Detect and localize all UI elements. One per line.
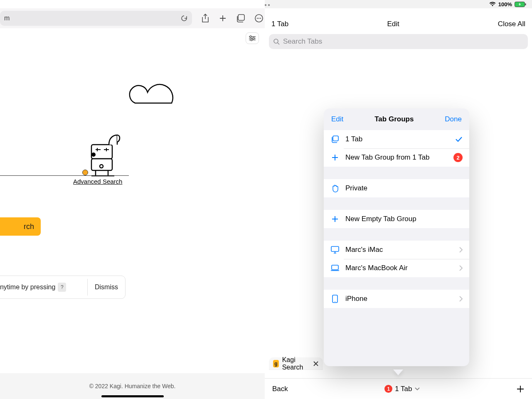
kagi-favicon: g — [273, 360, 279, 367]
popover-arrow — [393, 369, 403, 375]
new-tab-button[interactable] — [516, 385, 525, 393]
row-label: 1 Tab — [345, 135, 362, 143]
desktop-icon — [330, 246, 340, 254]
svg-rect-21 — [332, 265, 338, 270]
tabs-bottom-bar: Back 1 1 Tab — [265, 378, 532, 399]
search-placeholder: Search Tabs — [283, 37, 322, 46]
svg-point-4 — [257, 18, 258, 19]
svg-point-16 — [92, 153, 95, 156]
battery-icon — [515, 2, 526, 7]
reload-icon[interactable] — [180, 15, 188, 22]
tab-group-row-device-iphone[interactable]: iPhone — [324, 290, 469, 308]
ball-illustration — [82, 170, 88, 175]
tab-group-row-current[interactable]: 1 Tab — [324, 130, 469, 148]
row-label: iPhone — [345, 295, 367, 303]
popover-done-button[interactable]: Done — [445, 115, 462, 123]
chevron-right-icon — [459, 265, 463, 271]
svg-point-7 — [250, 36, 251, 37]
tabs-edit-button[interactable]: Edit — [387, 20, 399, 28]
search-underline — [0, 175, 129, 176]
tip-text: anytime by pressing — [0, 283, 55, 291]
cloud-illustration — [123, 78, 185, 111]
tab-groups-popover: Edit Tab Groups Done 1 Tab New Tab Group… — [324, 108, 469, 366]
popover-edit-button[interactable]: Edit — [331, 115, 343, 123]
battery-percent: 100% — [498, 1, 512, 7]
home-indicator[interactable] — [101, 395, 164, 397]
address-bar[interactable]: m — [0, 11, 192, 26]
page-settings-button[interactable] — [246, 32, 259, 44]
share-icon[interactable] — [201, 14, 209, 23]
checkmark-icon — [455, 136, 463, 142]
tabs-search-field[interactable]: Search Tabs — [269, 34, 528, 49]
close-tab-icon[interactable] — [313, 361, 319, 367]
svg-rect-10 — [91, 145, 112, 159]
webpage-content: gi Advanced Search rch anytime by pressi… — [0, 28, 265, 373]
svg-point-23 — [335, 301, 335, 302]
svg-point-5 — [259, 18, 259, 19]
close-all-button[interactable]: Close All — [498, 20, 525, 28]
tabs-icon[interactable] — [236, 14, 245, 22]
footer-text: © 2022 Kagi. Humanize the Web. — [89, 383, 176, 389]
popover-title: Tab Groups — [374, 115, 414, 123]
chevron-down-icon — [415, 387, 420, 391]
tip-key: ? — [58, 283, 66, 292]
svg-rect-19 — [333, 136, 338, 141]
tabs-square-icon — [330, 135, 340, 143]
advanced-search-link[interactable]: Advanced Search — [73, 178, 122, 185]
row-label: New Empty Tab Group — [345, 215, 416, 223]
badge: 2 — [453, 153, 463, 162]
more-icon[interactable] — [254, 14, 264, 23]
tab-count-label[interactable]: 1 Tab — [271, 20, 288, 28]
svg-point-17 — [274, 39, 278, 43]
svg-rect-20 — [331, 246, 339, 251]
search-icon — [273, 38, 280, 45]
row-label: Private — [345, 184, 367, 192]
tab-group-row-new-empty[interactable]: New Empty Tab Group — [324, 210, 469, 228]
svg-rect-1 — [525, 3, 526, 5]
browser-toolbar: m — [0, 8, 265, 28]
tabs-header: 1 Tab Edit Close All — [265, 8, 532, 32]
wifi-icon — [489, 2, 496, 7]
back-button[interactable]: Back — [272, 385, 288, 393]
tab-group-row-device-macbook[interactable]: Marc's MacBook Air — [324, 259, 469, 277]
tab-group-selector[interactable]: 1 1 Tab — [384, 385, 419, 393]
bottom-tab-label: 1 Tab — [395, 385, 412, 393]
tab-thumb-title: Kagi Search — [282, 356, 310, 371]
tab-group-row-new-from[interactable]: New Tab Group from 1 Tab 2 — [324, 148, 469, 167]
svg-line-18 — [278, 43, 279, 44]
tab-group-row-device-imac[interactable]: Marc's iMac — [324, 241, 469, 259]
svg-rect-2 — [238, 15, 244, 20]
phone-icon — [330, 295, 340, 303]
tab-group-row-private[interactable]: Private — [324, 179, 469, 197]
row-label: New Tab Group from 1 Tab — [345, 153, 430, 162]
laptop-icon — [330, 265, 340, 271]
tab-thumbnail[interactable]: g Kagi Search — [269, 357, 323, 370]
row-label: Marc's iMac — [345, 246, 383, 254]
chevron-right-icon — [459, 296, 463, 302]
badge: 1 — [384, 385, 392, 393]
row-label: Marc's MacBook Air — [345, 264, 408, 272]
url-text: m — [4, 15, 10, 22]
popover-header: Edit Tab Groups Done — [324, 108, 469, 130]
svg-point-8 — [253, 37, 254, 39]
search-button[interactable]: rch — [0, 217, 41, 236]
new-tab-icon[interactable] — [219, 14, 227, 22]
plus-icon — [330, 154, 340, 161]
tip-banner: anytime by pressing ? Dismiss — [0, 276, 126, 299]
chevron-right-icon — [459, 247, 463, 253]
dismiss-button[interactable]: Dismiss — [88, 283, 125, 291]
svg-point-6 — [260, 18, 261, 19]
plus-icon — [330, 215, 340, 223]
hand-icon — [330, 184, 340, 192]
svg-point-9 — [251, 39, 252, 41]
safari-left-pane: m gi Advanced Search rch anytime b — [0, 0, 265, 399]
